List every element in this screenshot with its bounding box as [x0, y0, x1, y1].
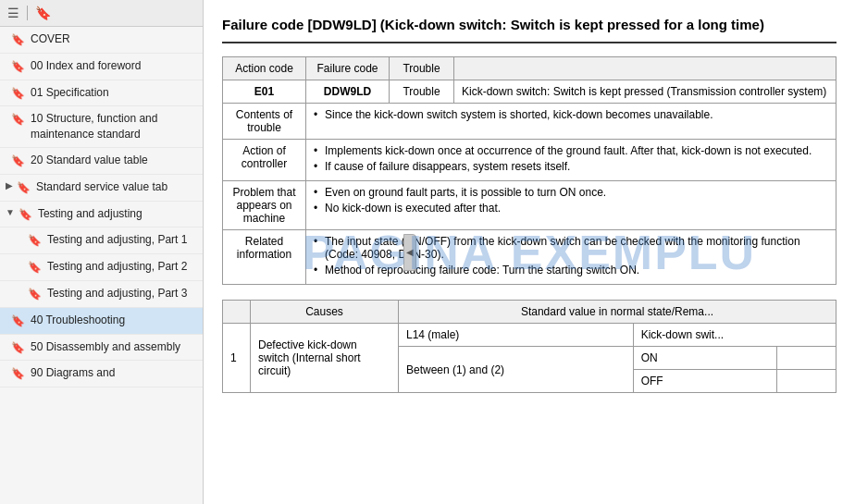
expand-arrow-icon: ▼: [6, 206, 15, 219]
bookmark-nav-icon: 🔖: [17, 180, 31, 196]
sidebar-item-label: 00 Index and foreword: [31, 58, 195, 74]
sidebar-item-testing-part3[interactable]: 🔖 Testing and adjusting, Part 3: [0, 281, 203, 308]
page-title-text: Failure code [DDW9LD] (Kick-down switch:…: [222, 17, 764, 32]
problem-machine-text: Even on ground fault parts, it is possib…: [306, 181, 836, 230]
sidebar-item-00[interactable]: 🔖 00 Index and foreword: [0, 54, 203, 80]
value-off: [776, 370, 836, 393]
contents-label: Contents oftrouble: [223, 104, 306, 140]
trouble-text: Kick-down switch: Switch is kept pressed…: [454, 80, 836, 104]
state-off: OFF: [633, 370, 776, 393]
action-controller-text: Implements kick-down once at occurrence …: [306, 140, 836, 181]
state-on: ON: [633, 347, 776, 370]
value-on: [776, 347, 836, 370]
trouble-desc-header: [454, 57, 836, 80]
bookmark-nav-icon: 🔖: [28, 233, 42, 249]
sidebar-item-label: Testing and adjusting, Part 2: [47, 259, 195, 275]
action-controller-label: Action ofcontroller: [223, 140, 306, 181]
sidebar-item-label: 20 Standard value table: [31, 153, 195, 168]
bookmark-nav-icon: 🔖: [28, 287, 42, 302]
menu-icon[interactable]: ☰: [7, 6, 19, 20]
sidebar-item-50-disassembly[interactable]: 🔖 50 Disassembly and assembly: [0, 335, 203, 362]
bookmark-nav-icon: 🔖: [28, 260, 42, 276]
sidebar-item-label: 90 Diagrams and: [31, 365, 195, 381]
sidebar-item-testing-part2[interactable]: 🔖 Testing and adjusting, Part 2: [0, 254, 203, 281]
collapse-arrow-icon: ◀: [406, 247, 414, 257]
sidebar-item-label: Standard service value tab: [36, 179, 195, 195]
bookmark-nav-icon: 🔖: [11, 366, 25, 382]
standard-value-header: Standard value in normal state/Rema...: [399, 301, 836, 324]
problem-machine-label: Problem thatappears onmachine: [223, 181, 306, 230]
related-bullet-2: Method of reproducing failure code: Turn…: [314, 264, 828, 277]
action-bullet-2: If cause of failure disappears, system r…: [314, 160, 828, 173]
sidebar-item-cover[interactable]: 🔖 COVER: [0, 27, 203, 54]
sidebar-item-label: Testing and adjusting: [38, 206, 195, 222]
bookmark-nav-icon: 🔖: [19, 207, 32, 223]
sidebar-item-testing-adj[interactable]: ▼ 🔖 Testing and adjusting: [0, 202, 203, 228]
collapse-sidebar-button[interactable]: ◀: [403, 234, 416, 271]
sidebar-item-01[interactable]: 🔖 01 Specification: [0, 80, 203, 107]
action-code-header: Action code: [223, 57, 306, 80]
cause-text: Defective kick-down switch (Internal sho…: [251, 324, 399, 393]
causes-header: Causes: [251, 301, 399, 324]
sidebar-item-label: 40 Troubleshooting: [31, 313, 195, 328]
sidebar-item-label: 01 Specification: [31, 85, 195, 101]
problem-bullet-1: Even on ground fault parts, it is possib…: [314, 186, 828, 199]
failure-code-header: Failure code: [306, 57, 390, 80]
sidebar-item-label: 10 Structure, function and maintenance s…: [31, 111, 195, 142]
bookmark-nav-icon: 🔖: [11, 86, 25, 102]
bookmark-nav-icon: 🔖: [11, 59, 25, 75]
related-bullet-1: The input state (ON/OFF) from the kick-d…: [314, 235, 828, 261]
connector-label: L14 (male): [399, 324, 634, 347]
main-content: PAGINA EXEMPLU Failure code [DDW9LD] (Ki…: [204, 0, 855, 504]
trouble-header: Trouble: [390, 57, 454, 80]
bookmark-nav-icon: 🔖: [11, 154, 25, 169]
connector-value: Kick-down swit...: [633, 324, 836, 347]
bookmark-nav-icon: 🔖: [11, 112, 25, 128]
failure-code-value: DDW9LD: [306, 80, 390, 104]
bookmark-nav-icon: 🔖: [11, 32, 25, 48]
sidebar-item-label: COVER: [31, 31, 195, 47]
action-code-value: E01: [223, 80, 306, 104]
bookmark-nav-icon: 🔖: [11, 340, 25, 356]
sidebar-item-label: 50 Disassembly and assembly: [31, 339, 195, 355]
sidebar: ☰ 🔖 🔖 COVER 🔖 00 Index and foreword 🔖 01…: [0, 0, 204, 504]
sidebar-item-20[interactable]: 🔖 20 Standard value table: [0, 148, 203, 175]
cause-num: 1: [223, 324, 251, 393]
failure-code-table: Action code Failure code Trouble E01 DDW…: [222, 56, 836, 285]
sidebar-item-label: Testing and adjusting, Part 3: [47, 286, 195, 301]
trouble-label: Trouble: [390, 80, 454, 104]
related-info-text: The input state (ON/OFF) from the kick-d…: [306, 230, 836, 285]
sidebar-item-90-diagrams[interactable]: 🔖 90 Diagrams and: [0, 361, 203, 387]
expand-arrow-icon: ▶: [6, 179, 13, 192]
causes-table: Causes Standard value in normal state/Re…: [222, 300, 836, 393]
bookmark-icon[interactable]: 🔖: [35, 6, 51, 20]
problem-bullet-2: No kick-down is executed after that.: [314, 202, 828, 215]
action-bullet-1: Implements kick-down once at occurrence …: [314, 144, 828, 157]
page-title: Failure code [DDW9LD] (Kick-down switch:…: [222, 15, 836, 43]
bookmark-nav-icon: 🔖: [11, 313, 25, 329]
contents-bullet: Since the kick-down switch system is sho…: [314, 108, 828, 121]
contents-text: Since the kick-down switch system is sho…: [306, 104, 836, 140]
causes-num-header: [223, 301, 251, 324]
sidebar-item-40-troubleshooting[interactable]: 🔖 40 Troubleshooting: [0, 308, 203, 335]
sidebar-item-testing-part1[interactable]: 🔖 Testing and adjusting, Part 1: [0, 227, 203, 254]
related-info-label: Relatedinformation: [223, 230, 306, 285]
sidebar-item-label: Testing and adjusting, Part 1: [47, 232, 195, 248]
between-label: Between (1) and (2): [399, 347, 634, 393]
sidebar-item-standard-service[interactable]: ▶ 🔖 Standard service value tab: [0, 175, 203, 202]
sidebar-item-10[interactable]: 🔖 10 Structure, function and maintenance…: [0, 106, 203, 148]
sidebar-toolbar: ☰ 🔖: [0, 0, 203, 27]
